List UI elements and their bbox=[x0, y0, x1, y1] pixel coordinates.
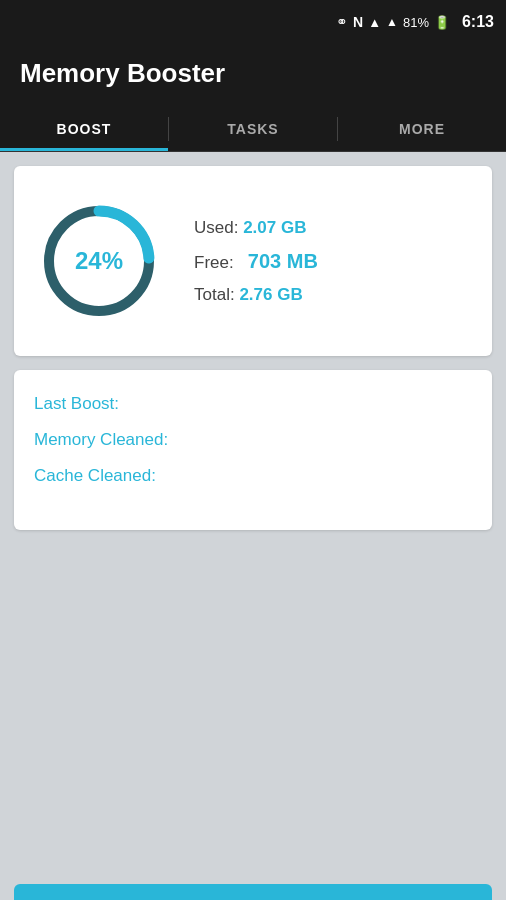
free-stat: Free: 703 MB bbox=[194, 250, 318, 273]
total-label: Total: bbox=[194, 285, 235, 304]
donut-chart: 24% bbox=[34, 196, 164, 326]
app-header: Memory Booster bbox=[0, 44, 506, 107]
status-bar: ⚭ N ▲ ▲ 81% 🔋 6:13 bbox=[0, 0, 506, 44]
battery-icon: 🔋 bbox=[434, 15, 450, 30]
info-card: Last Boost: Memory Cleaned: Cache Cleane… bbox=[14, 370, 492, 530]
main-content: 24% Used: 2.07 GB Free: 703 MB Total: 2.… bbox=[0, 152, 506, 884]
status-icons: ⚭ N ▲ ▲ 81% 🔋 bbox=[336, 14, 450, 30]
free-value: 703 MB bbox=[248, 250, 318, 272]
tab-bar: BOOST TASKS MORE bbox=[0, 107, 506, 152]
tab-tasks[interactable]: TASKS bbox=[169, 107, 337, 151]
memory-cleaned-label: Memory Cleaned: bbox=[34, 430, 168, 449]
used-stat: Used: 2.07 GB bbox=[194, 218, 318, 238]
tab-boost[interactable]: BOOST bbox=[0, 107, 168, 151]
app-title: Memory Booster bbox=[20, 58, 225, 88]
last-boost-label: Last Boost: bbox=[34, 394, 119, 413]
tab-more[interactable]: MORE bbox=[338, 107, 506, 151]
total-stat: Total: 2.76 GB bbox=[194, 285, 318, 305]
last-boost-row: Last Boost: bbox=[34, 394, 472, 414]
battery-label: 81% bbox=[403, 15, 429, 30]
donut-percentage: 24% bbox=[75, 247, 123, 275]
bluetooth-icon: ⚭ bbox=[336, 14, 348, 30]
wifi-icon: ▲ bbox=[368, 15, 381, 30]
used-value: 2.07 GB bbox=[243, 218, 306, 237]
total-value: 2.76 GB bbox=[239, 285, 302, 304]
used-label: Used: bbox=[194, 218, 238, 237]
cache-cleaned-row: Cache Cleaned: bbox=[34, 466, 472, 486]
free-label: Free: bbox=[194, 253, 234, 272]
carrier-icon: N bbox=[353, 14, 363, 30]
memory-card: 24% Used: 2.07 GB Free: 703 MB Total: 2.… bbox=[14, 166, 492, 356]
boost-button-container: Boost bbox=[0, 884, 506, 900]
signal-icon: ▲ bbox=[386, 15, 398, 29]
memory-cleaned-row: Memory Cleaned: bbox=[34, 430, 472, 450]
cache-cleaned-label: Cache Cleaned: bbox=[34, 466, 156, 485]
memory-stats: Used: 2.07 GB Free: 703 MB Total: 2.76 G… bbox=[194, 218, 318, 305]
boost-button[interactable]: Boost bbox=[14, 884, 492, 900]
status-time: 6:13 bbox=[462, 13, 494, 31]
